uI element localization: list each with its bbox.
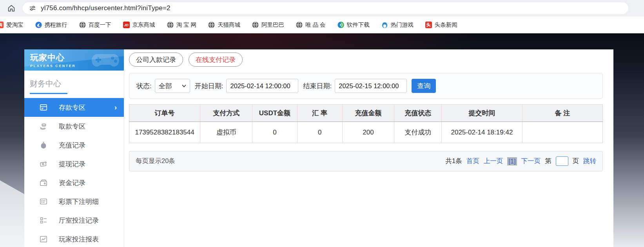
player-center-panel: 玩家中心 PLAYERS CENTER 财务中心 存款专区 › [24, 49, 613, 247]
sidebar-nav: 存款专区 › 取款专区 ¥ 充值记录 [24, 98, 124, 247]
chevron-right-icon: › [114, 104, 117, 112]
current-page-indicator: [1] [507, 157, 517, 165]
record-tabs: 公司入款记录 在线支付记录 [129, 53, 603, 67]
deposit-card-icon [39, 103, 48, 112]
section-underline [30, 93, 67, 94]
jump-button[interactable]: 跳转 [583, 157, 596, 165]
site-info-icon[interactable] [28, 4, 37, 13]
home-icon [7, 4, 16, 13]
sidebar-item-withdrawal-records[interactable]: 提现记录 [24, 154, 124, 173]
banknote-icon [39, 160, 48, 168]
sidebar-item-hall-bet-records[interactable]: 厅室投注记录 [24, 211, 124, 230]
browser-toolbar: yl756.com/hhcp/usercenter.html?iniType=2 [0, 0, 644, 16]
sidebar-item-withdraw[interactable]: 取款专区 [24, 117, 124, 136]
checklist-icon [39, 216, 48, 225]
jd-icon: JD [123, 22, 130, 28]
bookmark-alibaba[interactable]: 阿里巴巴 [252, 21, 284, 29]
cell-payment-method: 虚拟币 [200, 122, 252, 143]
software-download-icon [337, 22, 344, 28]
sidebar-item-player-bet-report[interactable]: 玩家投注报表 [24, 230, 124, 247]
url-text: yl756.com/hhcp/usercenter.html?iniType=2 [41, 4, 171, 12]
cell-recharge-amount: 200 [342, 122, 394, 143]
pagination-bar: 每页显示20条 共1条 首页 上一页 [1] 下一页 第 页 跳转 [129, 151, 603, 171]
page-background: 玩家中心 PLAYERS CENTER 财务中心 存款专区 › [0, 33, 644, 247]
status-select-value: 全部 [159, 82, 172, 91]
bookmarks-bar: 淘 爱淘宝 携程旅行 百度一下 JD 京东商城 淘 宝 网 天猫商城 阿里巴巴 [0, 16, 644, 33]
sidebar-item-recharge-records[interactable]: ¥ 充值记录 [24, 136, 124, 154]
sidebar-item-label: 提现记录 [59, 160, 85, 169]
bookmark-toutiao[interactable]: 头 头条新闻 [425, 21, 457, 29]
jump-label-post: 页 [573, 157, 579, 165]
col-usdt-amount: USDT金额 [252, 105, 298, 122]
sidebar-item-label: 彩票下注明细 [59, 197, 99, 206]
bookmark-games[interactable]: 热门游戏 [381, 21, 414, 29]
list-card-icon [39, 197, 48, 206]
cell-remarks [522, 122, 602, 143]
tab-company-deposit-records[interactable]: 公司入款记录 [129, 53, 183, 67]
col-submit-time: 提交时间 [442, 105, 522, 122]
payment-records-table: 订单号 支付方式 USDT金额 汇 率 充值金额 充值状态 提交时间 备 注 1… [129, 104, 603, 143]
globe-icon [79, 22, 86, 28]
tab-online-payment-records[interactable]: 在线支付记录 [189, 53, 243, 67]
bookmark-taobao[interactable]: 淘 宝 网 [167, 21, 197, 29]
penguin-icon [381, 22, 388, 28]
table-header-row: 订单号 支付方式 USDT金额 汇 率 充值金额 充值状态 提交时间 备 注 [129, 105, 603, 122]
report-chart-icon [39, 235, 48, 243]
svg-text:¥: ¥ [43, 144, 45, 148]
end-date-input[interactable] [335, 79, 407, 93]
sidebar-item-label: 充值记录 [59, 141, 85, 150]
sidebar: 玩家中心 PLAYERS CENTER 财务中心 存款专区 › [24, 49, 124, 247]
col-order-no: 订单号 [129, 105, 200, 122]
bookmark-aitaobao[interactable]: 淘 爱淘宝 [0, 21, 24, 29]
home-button[interactable] [5, 2, 17, 14]
address-bar[interactable]: yl756.com/hhcp/usercenter.html?iniType=2 [23, 2, 628, 14]
search-button[interactable]: 查询 [412, 79, 436, 93]
end-date-label: 结束日期: [303, 82, 332, 91]
bookmark-jd[interactable]: JD 京东商城 [123, 21, 155, 29]
page-size-text: 每页显示20条 [136, 157, 175, 165]
status-label: 状态: [136, 82, 152, 91]
status-select[interactable]: 全部 [155, 79, 190, 93]
col-payment-method: 支付方式 [200, 105, 252, 122]
aitaobao-icon: 淘 [0, 22, 4, 28]
main-content: 公司入款记录 在线支付记录 状态: 全部 开始日期: 结束日期: 查询 [124, 49, 613, 247]
sidebar-banner: 玩家中心 PLAYERS CENTER [24, 49, 124, 71]
sidebar-item-funds-records[interactable]: 资金记录 [24, 173, 124, 192]
globe-icon [296, 22, 303, 28]
col-recharge-status: 充值状态 [394, 105, 442, 122]
cell-submit-time: 2025-02-14 18:19:42 [442, 122, 522, 143]
globe-icon [167, 22, 174, 28]
players-center-subtitle: PLAYERS CENTER [30, 64, 124, 68]
prev-page-link[interactable]: 上一页 [484, 157, 503, 165]
sidebar-item-label: 资金记录 [59, 178, 85, 187]
ctrip-dolphin-icon [35, 22, 42, 28]
total-count-text: 共1条 [445, 157, 462, 165]
jump-label-pre: 第 [545, 157, 551, 165]
filter-bar: 状态: 全部 开始日期: 结束日期: 查询 [129, 73, 603, 99]
bookmark-ctrip[interactable]: 携程旅行 [35, 21, 67, 29]
cell-exchange-rate: 0 [297, 122, 342, 143]
start-date-input[interactable] [226, 79, 298, 93]
withdraw-hand-icon [39, 122, 48, 131]
cell-usdt-amount: 0 [252, 122, 298, 143]
col-exchange-rate: 汇 率 [297, 105, 342, 122]
bookmark-tmall[interactable]: 天猫商城 [208, 21, 240, 29]
cell-recharge-status: 支付成功 [394, 122, 442, 143]
wallet-icon [39, 178, 48, 187]
page-jump-input[interactable] [556, 156, 568, 166]
sidebar-item-deposit[interactable]: 存款专区 › [24, 98, 124, 117]
globe-icon [208, 22, 215, 28]
first-page-link[interactable]: 首页 [466, 157, 479, 165]
sidebar-item-lottery-bet-details[interactable]: 彩票下注明细 [24, 192, 124, 211]
toutiao-icon: 头 [425, 22, 432, 28]
bookmark-software[interactable]: 软件下载 [337, 21, 370, 29]
players-center-title: 玩家中心 [30, 52, 124, 63]
bookmark-vip[interactable]: 唯 品 会 [296, 21, 326, 29]
bookmark-baidu[interactable]: 百度一下 [79, 21, 111, 29]
next-page-link[interactable]: 下一页 [521, 157, 541, 165]
sidebar-item-label: 厅室投注记录 [59, 216, 99, 225]
col-recharge-amount: 充值金额 [342, 105, 394, 122]
globe-icon [252, 22, 259, 28]
chevron-down-icon [182, 84, 186, 87]
table-row: 1739528382183544 虚拟币 0 0 200 支付成功 2025-0… [129, 122, 603, 143]
